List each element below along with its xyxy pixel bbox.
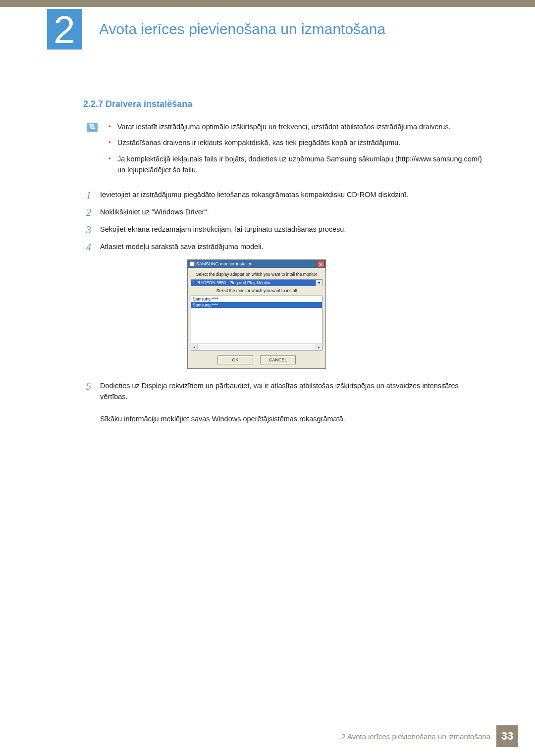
note-icon — [87, 123, 98, 132]
installer-adapter-label: Select the display adapter on which you … — [191, 272, 322, 277]
installer-window: SAMSUNG monitor installer × Select the d… — [187, 259, 326, 369]
step-number: 1 — [84, 189, 91, 202]
step-3: 3 Sekojiet ekrānā redzamajām instrukcijā… — [84, 224, 488, 236]
note-item: Uzstādīšanas draiveris ir iekļauts kompa… — [107, 137, 488, 148]
chapter-title: Avota ierīces pievienošana un izmantošan… — [99, 21, 385, 38]
step-2: 2 Noklikšķiniet uz "Windows Driver". — [84, 206, 488, 219]
top-bar — [0, 0, 535, 7]
installer-body: Select the display adapter on which you … — [188, 268, 325, 368]
cancel-button[interactable]: CANCEL — [260, 355, 296, 364]
footer: 2 Avota ierīces pievienošana un izmantoš… — [0, 725, 535, 747]
step-text: Dodieties uz Displeja rekvizītiem un pār… — [100, 380, 488, 425]
section-number: 2.2.7 — [83, 99, 103, 109]
footer-text: 2 Avota ierīces pievienošana un izmantoš… — [341, 732, 490, 741]
step-text: Atlasiet modeļu sarakstā sava izstrādāju… — [100, 241, 488, 252]
app-icon — [190, 261, 195, 266]
ok-button[interactable]: OK — [217, 355, 253, 364]
steps-list: 1 Ievietojiet ar izstrādājumu piegādāto … — [84, 189, 488, 375]
chapter-number-box: 2 — [47, 9, 82, 50]
note-list: Varat iestatīt izstrādājuma optimālo izš… — [107, 121, 488, 181]
step-text: Ievietojiet ar izstrādājumu piegādāto li… — [100, 189, 488, 200]
installer-buttons: OK CANCEL — [191, 355, 322, 364]
note-block: Varat iestatīt izstrādājuma optimālo izš… — [87, 121, 488, 181]
monitor-list[interactable]: Samsung **** Samsung **** — [191, 296, 322, 344]
section-title: Draivera instalēšana — [106, 99, 192, 109]
step-5-line1: Dodieties uz Displeja rekvizītiem un pār… — [100, 382, 459, 401]
step-number: 5 — [84, 380, 91, 393]
step-text: Noklikšķiniet uz "Windows Driver". — [100, 206, 488, 217]
installer-monitor-label: Select the monitor which you want to ins… — [191, 288, 322, 293]
step-number: 2 — [84, 206, 91, 219]
adapter-selected: 1. RADEON 9550 : Plug and Play Monitor — [191, 280, 316, 286]
step-4: 4 Atlasiet modeļu sarakstā sava izstrādā… — [84, 241, 488, 253]
step-number: 3 — [84, 224, 91, 236]
step-text: Sekojiet ekrānā redzamajām instrukcijām,… — [100, 224, 488, 235]
step-5: 5 Dodieties uz Displeja rekvizītiem un p… — [84, 380, 488, 430]
section-heading: 2.2.7 Draivera instalēšana — [83, 99, 192, 109]
step-5-line2: Sīkāku informāciju meklējiet savas Windo… — [100, 415, 345, 423]
scroll-left-icon[interactable]: ◂ — [191, 344, 198, 350]
note-item: Ja komplektācijā iekļautais fails ir boj… — [107, 153, 488, 176]
close-icon[interactable]: × — [317, 261, 324, 267]
list-item[interactable]: Samsung **** — [191, 296, 322, 302]
horizontal-scrollbar[interactable]: ◂ ▸ — [191, 344, 322, 351]
installer-title-text: SAMSUNG monitor installer — [196, 261, 252, 266]
installer-titlebar: SAMSUNG monitor installer × — [188, 260, 325, 268]
scroll-right-icon[interactable]: ▸ — [316, 344, 322, 350]
chevron-down-icon[interactable]: ▾ — [316, 280, 322, 286]
note-item: Varat iestatīt izstrādājuma optimālo izš… — [107, 121, 488, 132]
adapter-dropdown[interactable]: 1. RADEON 9550 : Plug and Play Monitor ▾ — [191, 279, 322, 286]
step-number: 4 — [84, 241, 91, 253]
step-1: 1 Ievietojiet ar izstrādājumu piegādāto … — [84, 189, 488, 202]
list-item[interactable]: Samsung **** — [191, 302, 322, 308]
header: 2 Avota ierīces pievienošana un izmantoš… — [0, 7, 535, 49]
page-number: 33 — [496, 725, 518, 747]
